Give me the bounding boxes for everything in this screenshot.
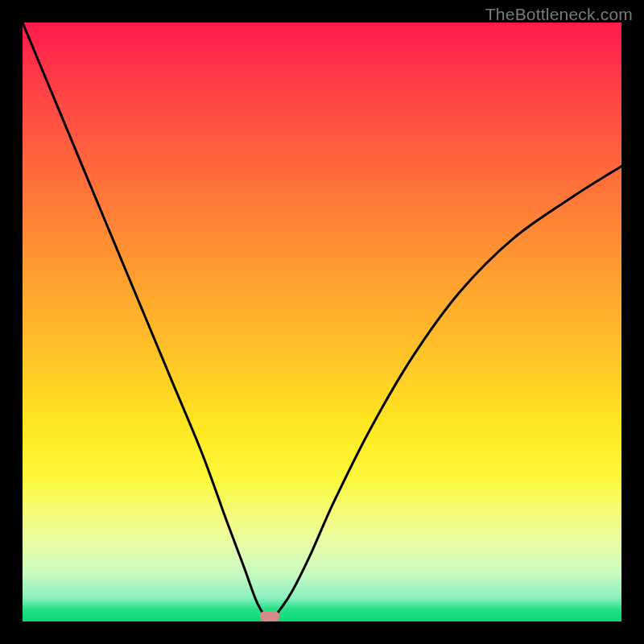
- watermark-text: TheBottleneck.com: [485, 5, 633, 24]
- outer-frame: TheBottleneck.com: [0, 0, 644, 644]
- optimal-marker: [260, 611, 279, 621]
- plot-gradient-area: [23, 23, 621, 621]
